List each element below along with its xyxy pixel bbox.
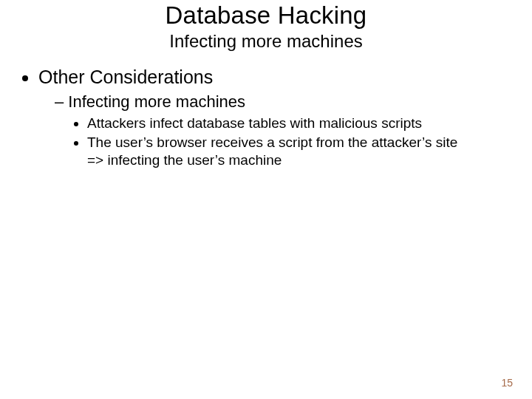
bullet-list-level3: Attackers infect database tables with ma… <box>55 115 514 168</box>
bullet-item: The user’s browser receives a script fro… <box>87 134 514 169</box>
slide-body: Other Considerations Infecting more mach… <box>0 66 532 168</box>
bullet-text: Infecting more machines <box>68 92 245 111</box>
slide-title: Database Hacking <box>0 1 532 30</box>
slide: Database Hacking Infecting more machines… <box>0 1 532 399</box>
bullet-list-level2: Infecting more machines Attackers infect… <box>38 92 514 168</box>
page-number: 15 <box>501 377 513 389</box>
bullet-continuation: => infecting the user’s machine <box>87 151 514 169</box>
bullet-list-level1: Other Considerations Infecting more mach… <box>18 66 514 168</box>
bullet-item: Other Considerations Infecting more mach… <box>38 66 514 168</box>
slide-subtitle: Infecting more machines <box>0 31 532 52</box>
bullet-item: Infecting more machines Attackers infect… <box>55 92 514 168</box>
bullet-text: Other Considerations <box>38 66 213 87</box>
bullet-item: Attackers infect database tables with ma… <box>87 115 514 132</box>
bullet-text: Attackers infect database tables with ma… <box>87 115 422 131</box>
bullet-text: The user’s browser receives a script fro… <box>87 134 457 150</box>
